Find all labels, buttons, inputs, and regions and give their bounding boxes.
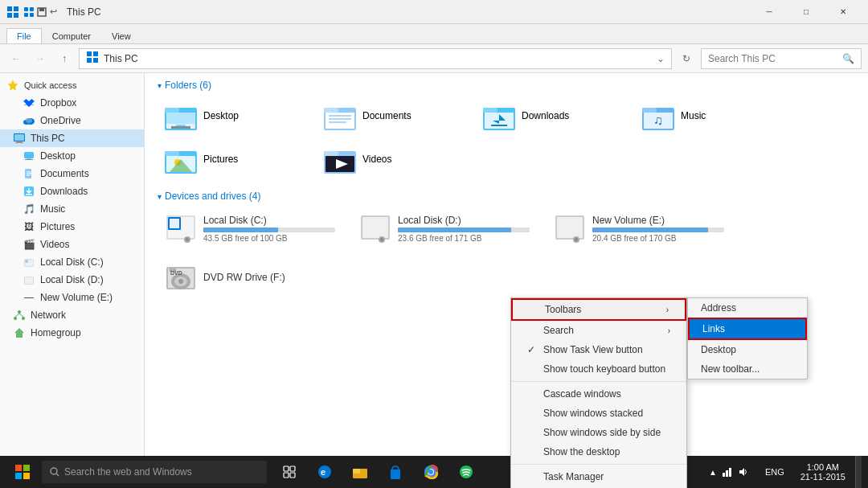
drive-d-name: Local Disk (D:) [398,215,530,226]
quickaccess-icon [6,79,19,92]
tab-view[interactable]: View [101,28,141,43]
menu-item-taskview[interactable]: ✓ Show Task View button [511,340,686,359]
tab-file[interactable]: File [6,28,42,43]
drive-f[interactable]: DVD RW DVD RW Drive (F:) [158,258,342,298]
sidebar-item-documents[interactable]: Documents [0,165,144,182]
folder-music-label: Music [681,110,706,121]
search-box[interactable]: 🔍 [701,48,862,69]
sidebar-item-thispc[interactable]: This PC [0,129,144,147]
up-button[interactable]: ↑ [55,49,74,68]
svg-marker-14 [8,80,18,90]
svg-rect-10 [87,51,92,56]
tab-computer[interactable]: Computer [42,28,101,43]
svg-marker-42 [14,328,24,338]
onedrive-icon [23,114,35,127]
store-icon[interactable] [379,456,411,488]
folders-section-header[interactable]: ▾ Folders (6) [158,80,855,91]
menu-item-showdesktop[interactable]: Show the desktop [511,442,686,461]
svg-rect-123 [726,470,728,477]
close-button[interactable]: ✕ [825,0,862,24]
menu-item-sidebyside[interactable]: Show windows side by side [511,423,686,442]
drive-e-info: New Volume (E:) 20.4 GB free of 170 GB [592,215,724,243]
folder-videos[interactable]: Videos [317,141,469,178]
search-input[interactable] [708,53,839,64]
tray-up-arrow[interactable]: ▲ [709,468,717,477]
refresh-button[interactable]: ↻ [677,49,696,68]
folders-grid: Desktop Documents [158,97,855,178]
svg-rect-25 [25,159,33,160]
submenu-links[interactable]: Links [688,318,807,340]
svg-rect-117 [391,470,400,479]
drive-d[interactable]: Local Disk (D:) 23.6 GB free of 171 GB [352,208,537,248]
menu-item-stacked-label: Show windows stacked [543,408,643,419]
address-path[interactable]: This PC ⌄ [79,48,672,69]
path-text: This PC [104,53,138,64]
folder-documents-label: Documents [362,110,411,121]
svg-rect-77 [170,219,179,228]
sidebar-item-quickaccess[interactable]: Quick access [0,76,144,94]
folder-pictures[interactable]: Pictures [158,141,310,178]
show-desktop-button[interactable] [855,456,862,488]
drive-e-bar-container [592,228,724,232]
drive-c[interactable]: Local Disk (C:) 43.5 GB free of 100 GB [158,208,342,248]
drives-section-header[interactable]: ▾ Devices and drives (4) [158,191,855,202]
taskbar-clock[interactable]: 1:00 AM 21-11-2015 [794,462,852,482]
folder-downloads[interactable]: Downloads [476,97,628,134]
menu-item-search[interactable]: Search › [511,321,686,340]
svg-rect-108 [284,466,289,471]
folder-documents[interactable]: Documents [317,97,469,134]
context-menu: Toolbars › Search › ✓ Show Task View but… [510,297,687,488]
maximize-button[interactable]: □ [788,0,825,24]
sidebar-item-homegroup[interactable]: Homegroup [0,324,144,342]
sidebar-item-onedrive[interactable]: OneDrive [0,112,144,129]
folder-desktop[interactable]: Desktop [158,97,310,134]
menu-item-touchkb[interactable]: Show touch keyboard button [511,359,686,379]
forward-button[interactable]: → [31,49,50,68]
menu-item-cascade[interactable]: Cascade windows [511,384,686,404]
network-icon [13,309,26,322]
path-dropdown-icon[interactable]: ⌄ [657,53,665,64]
window-icon [6,6,19,18]
svg-point-34 [25,260,28,263]
sidebar-item-dropbox[interactable]: Dropbox [0,94,144,112]
taskview-icon[interactable] [273,456,305,488]
svg-rect-2 [7,13,12,18]
sidebar-item-desktop[interactable]: Desktop [0,147,144,165]
edge-icon[interactable]: e [309,456,341,488]
sidebar: Quick access Dropbox OneDrive This PC D [0,73,145,470]
chrome-icon[interactable] [415,456,447,488]
svg-rect-24 [27,158,31,159]
start-button[interactable] [6,456,39,488]
submenu-desktop[interactable]: Desktop [688,340,807,359]
drive-e[interactable]: New Volume (E:) 20.4 GB free of 170 GB [547,208,731,248]
spotify-icon[interactable] [450,456,482,488]
system-tray: ▲ [702,466,755,478]
svg-rect-45 [165,108,179,113]
sidebar-item-pictures[interactable]: 🖼 Pictures [0,218,144,236]
drives-grid: Local Disk (C:) 43.5 GB free of 100 GB L… [158,208,855,298]
thispc-label: This PC [31,133,65,144]
folder-music[interactable]: ♫ Music [635,97,788,134]
svg-point-92 [178,279,183,284]
back-button[interactable]: ← [6,49,26,68]
minimize-button[interactable]: ─ [751,0,788,24]
submenu-address[interactable]: Address [688,298,807,318]
sidebar-item-music[interactable]: 🎵 Music [0,200,144,218]
menu-item-stacked[interactable]: Show windows stacked [511,404,686,423]
sidebar-item-downloads[interactable]: Downloads [0,182,144,200]
desktop-icon [23,150,35,162]
documents-sidebar-icon [23,167,35,180]
search-submenu-arrow: › [668,326,670,335]
sidebar-item-newe[interactable]: — New Volume (E:) [0,289,144,306]
sidebar-item-locald[interactable]: Local Disk (D:) [0,271,144,289]
submenu-newtoolbar[interactable]: New toolbar... [688,359,807,379]
menu-item-toolbars[interactable]: Toolbars › [511,298,686,321]
desktop-label: Desktop [40,150,76,162]
sidebar-item-videos[interactable]: 🎬 Videos [0,236,144,253]
fileexplorer-taskbar-icon[interactable] [344,456,376,488]
sidebar-item-localc[interactable]: Local Disk (C:) [0,253,144,271]
taskbar-search-box[interactable]: Search the web and Windows [42,461,267,483]
clock-date: 21-11-2015 [800,472,845,482]
menu-item-taskmanager[interactable]: Task Manager [511,467,686,486]
sidebar-item-network[interactable]: Network [0,306,144,324]
